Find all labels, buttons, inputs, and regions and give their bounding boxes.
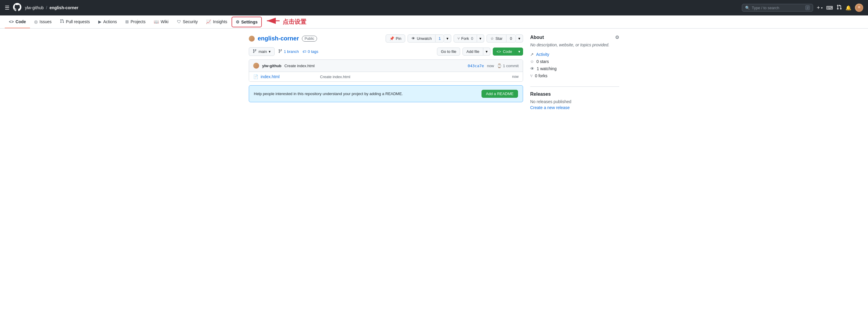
github-logo[interactable] (13, 3, 21, 12)
plus-icon: + (817, 5, 820, 11)
add-file-group: Add file ▾ (463, 48, 490, 56)
code-dropdown[interactable]: ▾ (516, 48, 523, 56)
tab-wiki[interactable]: 📖 Wiki (150, 16, 173, 28)
commit-author-avatar (253, 63, 259, 69)
repo-owner-link[interactable]: ylw-github (25, 5, 44, 10)
star-icon: ☆ (490, 36, 494, 41)
about-gear-icon[interactable]: ⚙ (615, 34, 619, 40)
repo-tabs-bar: <> Code ◎ Issues Pull requests ▶ Actions… (0, 16, 868, 29)
watch-dropdown[interactable]: ▾ (444, 34, 451, 42)
fork-label: Fork (461, 36, 469, 41)
stars-stat[interactable]: ☆ 0 stars (530, 58, 619, 65)
branch-count-link[interactable]: 1 branch (278, 49, 299, 54)
readme-banner-text: Help people interested in this repositor… (254, 91, 403, 96)
settings-tab-icon: ⚙ (236, 20, 240, 24)
search-box[interactable]: 🔍 Type / to search / (742, 4, 813, 11)
star-count[interactable]: 0 (506, 34, 516, 42)
tab-pull-requests[interactable]: Pull requests (56, 16, 94, 28)
code-button[interactable]: <> Code (493, 48, 516, 56)
path-separator: / (46, 5, 47, 10)
commit-author-name[interactable]: ylw-github (262, 64, 281, 68)
commit-info-row: ylw-github Create index.html 043ca7e now… (249, 60, 523, 72)
issues-tab-icon: ◎ (34, 19, 38, 24)
tab-code[interactable]: <> Code (5, 16, 30, 28)
go-to-file-button[interactable]: Go to file (437, 48, 460, 56)
releases-title: Releases (530, 91, 619, 97)
table-row: 📄 index.html Create index.html now (249, 72, 523, 81)
activity-stat[interactable]: ↗ Activity (530, 51, 619, 58)
branch-bar-right: Go to file Add file ▾ <> Code ▾ (437, 48, 523, 56)
forks-icon: ⑂ (530, 74, 532, 78)
pin-button[interactable]: 📌 Pin (385, 34, 405, 42)
tag-count-link[interactable]: 🏷 0 tags (303, 49, 318, 54)
add-file-dropdown[interactable]: ▾ (483, 48, 490, 56)
star-dropdown[interactable]: ▾ (516, 34, 523, 42)
tab-issues[interactable]: ◎ Issues (30, 16, 56, 28)
pull-request-nav-button[interactable] (837, 4, 842, 11)
tab-insights[interactable]: 📈 Insights (202, 16, 231, 28)
sidebar-divider (530, 86, 619, 87)
add-file-button[interactable]: Add file (463, 48, 483, 56)
tab-wiki-label: Wiki (161, 19, 168, 24)
branch-chevron: ▾ (269, 49, 271, 54)
tab-actions[interactable]: ▶ Actions (94, 16, 121, 28)
hamburger-menu[interactable]: ☰ (5, 4, 9, 11)
history-icon: ⌚ (497, 64, 502, 68)
user-avatar[interactable] (855, 4, 863, 12)
code-tab-icon: <> (9, 19, 14, 24)
tab-projects-label: Projects (131, 19, 146, 24)
repo-action-buttons: 📌 Pin 👁 Unwatch 1 ▾ ⑂ Fork (385, 34, 523, 42)
star-button[interactable]: ☆ Star (487, 34, 506, 42)
actions-tab-icon: ▶ (98, 19, 101, 24)
file-name-link[interactable]: index.html (261, 74, 320, 79)
code-btn-label: Code (503, 49, 512, 54)
tab-security[interactable]: 🛡 Security (173, 16, 202, 28)
watching-count: 1 watching (537, 66, 557, 71)
watch-icon: 👁 (411, 36, 415, 41)
notification-icon: 🔔 (845, 5, 851, 11)
repo-title-section: english-corner Public (249, 35, 317, 42)
branch-file-bar: main ▾ 1 branch 🏷 0 tags Go t (249, 47, 523, 56)
create-release-link[interactable]: Create a new release (530, 105, 570, 110)
main-content: english-corner Public 📌 Pin 👁 Unwatch 1 … (244, 29, 624, 116)
fork-dropdown[interactable]: ▾ (477, 34, 484, 42)
repo-breadcrumb: ylw-github / english-corner (25, 5, 79, 10)
repo-name-link[interactable]: english-corner (50, 5, 79, 10)
commit-history-link[interactable]: ⌚ 1 commit (497, 64, 519, 68)
about-header: About ⚙ (530, 34, 619, 40)
search-icon: 🔍 (745, 6, 750, 10)
branch-name: main (258, 49, 267, 54)
fork-button-group: ⑂ Fork 0 ▾ (454, 34, 484, 42)
terminal-button[interactable]: ⌨ (826, 5, 833, 11)
tag-icon: 🏷 (303, 49, 306, 54)
activity-label: Activity (536, 52, 549, 57)
tab-pr-label: Pull requests (66, 19, 90, 24)
nav-right: 🔍 Type / to search / + ▾ ⌨ 🔔 (742, 4, 863, 12)
add-readme-button[interactable]: Add a README (482, 90, 518, 98)
tag-count-label: 0 tags (308, 49, 318, 54)
repo-title[interactable]: english-corner (258, 35, 299, 42)
fork-count: 0 (471, 36, 473, 41)
file-icon: 📄 (253, 74, 258, 79)
commit-message: Create index.html (284, 64, 315, 68)
code-button-group: <> Code ▾ (493, 48, 523, 56)
fork-button[interactable]: ⑂ Fork 0 (454, 34, 477, 42)
file-table: ylw-github Create index.html 043ca7e now… (249, 59, 523, 82)
notification-button[interactable]: 🔔 (845, 5, 851, 11)
commit-hash[interactable]: 043ca7e (468, 64, 484, 68)
branch-selector[interactable]: main ▾ (249, 47, 275, 56)
file-time: now (512, 75, 519, 79)
top-navigation: ☰ ylw-github / english-corner 🔍 Type / t… (0, 0, 868, 16)
search-placeholder: Type / to search (752, 6, 804, 10)
forks-stat[interactable]: ⑂ 0 forks (530, 72, 619, 79)
tab-projects[interactable]: ⊞ Projects (121, 16, 150, 28)
watching-stat[interactable]: 👁 1 watching (530, 65, 619, 72)
tab-settings[interactable]: ⚙ Settings (231, 17, 262, 27)
watch-button[interactable]: 👁 Unwatch (408, 34, 436, 42)
tab-security-label: Security (183, 19, 198, 24)
new-item-button[interactable]: + ▾ (817, 5, 823, 11)
watching-icon: 👁 (530, 66, 534, 71)
branch-stat-icon (278, 49, 282, 54)
tab-insights-label: Insights (213, 19, 227, 24)
tab-issues-label: Issues (39, 19, 51, 24)
